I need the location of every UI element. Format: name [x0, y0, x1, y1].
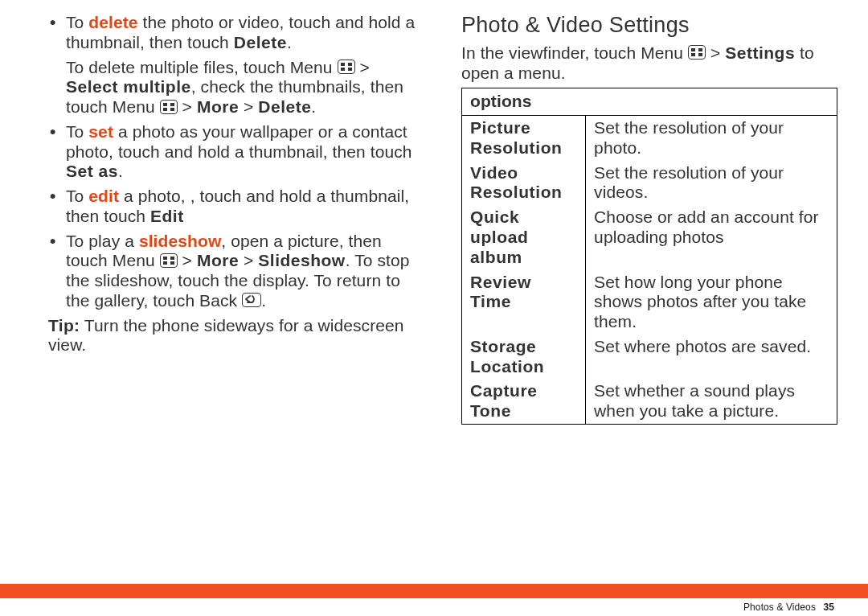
option-desc: Set the resolution of your photo.	[586, 116, 837, 161]
text: To	[66, 187, 88, 205]
table-row: Storage LocationSet where photos are sav…	[462, 335, 837, 380]
text: To delete multiple files, touch Menu	[66, 58, 338, 76]
section-heading: Photo & Video Settings	[461, 13, 837, 39]
command-settings: Settings	[725, 43, 795, 62]
command-slideshow: Slideshow	[258, 251, 345, 269]
tip: Tip: Turn the phone sideways for a wides…	[48, 316, 424, 356]
text: .	[311, 97, 316, 116]
text: To	[66, 13, 88, 31]
text: >	[239, 251, 258, 269]
text: >	[239, 97, 258, 116]
keyword-delete: delete	[88, 13, 137, 31]
option-desc: Set how long your phone shows photos aft…	[586, 270, 837, 335]
table-header: options	[462, 88, 837, 116]
bullet-slideshow: To play a slideshow, open a picture, the…	[48, 232, 424, 311]
right-column: Photo & Video Settings In the viewfinder…	[461, 13, 837, 425]
command-delete: Delete	[234, 33, 287, 51]
back-icon	[242, 293, 261, 307]
option-desc: Set whether a sound plays when you take …	[586, 379, 837, 424]
text: >	[706, 43, 725, 62]
text: a photo as your wallpaper or a contact p…	[66, 122, 412, 161]
text: .	[118, 162, 123, 180]
left-column: To delete the photo or video, touch and …	[48, 13, 424, 425]
tip-label: Tip:	[48, 316, 80, 335]
intro: In the viewfinder, touch Menu > Settings…	[461, 43, 837, 84]
option-name: Review Time	[462, 270, 586, 335]
option-desc: Set the resolution of your videos.	[586, 161, 837, 206]
command-delete: Delete	[258, 97, 311, 116]
menu-icon	[160, 100, 178, 114]
keyword-edit: edit	[88, 187, 119, 205]
option-name: Quick upload album	[462, 205, 586, 269]
keyword-slideshow: slideshow	[139, 232, 221, 250]
option-name: Storage Location	[462, 335, 586, 380]
page-footer: Photos & Videos 35	[743, 598, 834, 616]
option-desc: Choose or add an account for uploading p…	[586, 205, 837, 269]
text: .	[287, 33, 292, 51]
text: >	[355, 58, 370, 76]
table-row: Quick upload albumChoose or add an accou…	[462, 205, 837, 269]
option-name: Video Resolution	[462, 161, 586, 206]
text: >	[178, 251, 197, 269]
footer-bar	[0, 584, 868, 598]
table-row: Video ResolutionSet the resolution of yo…	[462, 161, 837, 206]
table-row: Capture ToneSet whether a sound plays wh…	[462, 379, 837, 424]
page-number: 35	[823, 602, 834, 613]
text: To play a	[66, 232, 139, 250]
menu-icon	[688, 45, 706, 60]
command-set-as: Set as	[66, 162, 118, 180]
option-desc: Set where photos are saved.	[586, 335, 837, 380]
text: In the viewfinder, touch Menu	[461, 43, 688, 62]
command-more: More	[197, 97, 239, 116]
manual-page: To delete the photo or video, touch and …	[0, 0, 868, 425]
text: .	[261, 291, 266, 310]
footer-section: Photos & Videos	[743, 602, 816, 613]
option-name: Capture Tone	[462, 379, 586, 424]
command-more: More	[197, 251, 239, 269]
table-row: Picture ResolutionSet the resolution of …	[462, 116, 837, 161]
bullet-set: To set a photo as your wallpaper or a co…	[48, 122, 424, 182]
tip-text: Turn the phone sideways for a widescreen…	[48, 316, 404, 355]
options-table: options Picture ResolutionSet the resolu…	[461, 88, 837, 424]
bullet-edit: To edit a photo, , touch and hold a thum…	[48, 187, 424, 227]
command-select-multiple: Select multiple	[66, 77, 191, 96]
bullet-delete: To delete the photo or video, touch and …	[48, 13, 424, 117]
sub-delete-multiple: To delete multiple files, touch Menu > S…	[66, 58, 424, 117]
menu-icon	[160, 253, 178, 268]
menu-icon	[338, 60, 355, 74]
table-row: Review TimeSet how long your phone shows…	[462, 270, 837, 335]
keyword-set: set	[88, 122, 113, 141]
text: >	[178, 97, 197, 116]
command-edit: Edit	[150, 207, 184, 225]
text: To	[66, 122, 88, 141]
option-name: Picture Resolution	[462, 116, 586, 161]
